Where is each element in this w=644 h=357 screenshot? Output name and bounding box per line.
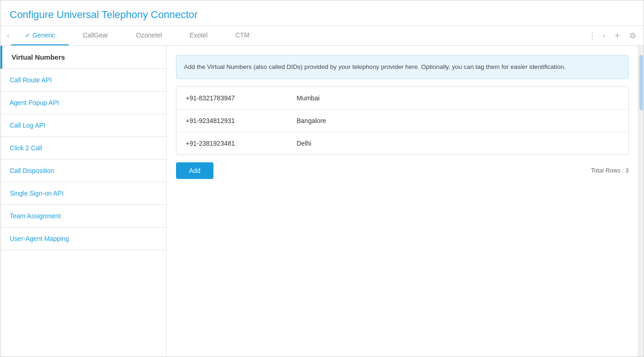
- tab-ctm[interactable]: CTM: [221, 26, 263, 45]
- total-rows-label: Total Rows : 3: [591, 167, 629, 174]
- more-dots: ⋮: [588, 31, 596, 41]
- add-button[interactable]: Add: [176, 162, 213, 179]
- phone-2: +91-9234812931: [186, 117, 297, 124]
- page-title: Configure Universal Telephony Connector: [10, 9, 634, 21]
- tabs-actions: ⋮ › + ⚙: [588, 29, 639, 43]
- sidebar-item-user-agent-mapping[interactable]: User-Agent Mapping: [0, 228, 166, 250]
- main-content: Virtual Numbers Call Route API Agent Pop…: [0, 46, 644, 357]
- scrollbar[interactable]: [638, 46, 644, 357]
- tab-generic[interactable]: Generic: [11, 26, 69, 45]
- number-row-2: +91-9234812931 Bangalore: [176, 110, 628, 132]
- title-bar: Configure Universal Telephony Connector: [0, 0, 644, 26]
- info-box: Add the Virtual Numbers (also called DID…: [176, 55, 629, 79]
- tabs-bar: ‹ Generic CallGear Ozonetel Exotel CTM ⋮…: [0, 26, 644, 46]
- table-footer: Add Total Rows : 3: [176, 162, 629, 179]
- numbers-table: +91-8321783947 Mumbai +91-9234812931 Ban…: [176, 86, 629, 155]
- phone-1: +91-8321783947: [186, 94, 297, 102]
- tab-nav-next[interactable]: ›: [600, 30, 608, 42]
- label-2: Bangalore: [297, 117, 326, 124]
- sidebar-item-click-2-call[interactable]: Click 2 Call: [0, 137, 166, 160]
- sidebar-item-call-log-api[interactable]: Call Log API: [0, 114, 166, 137]
- sidebar-item-single-sign-on-api[interactable]: Single Sign-on API: [0, 182, 166, 205]
- tab-callgear[interactable]: CallGear: [69, 26, 122, 45]
- main-window: Configure Universal Telephony Connector …: [0, 0, 644, 357]
- sidebar: Virtual Numbers Call Route API Agent Pop…: [0, 46, 167, 357]
- content-area: Add the Virtual Numbers (also called DID…: [167, 46, 638, 357]
- sidebar-item-agent-popup-api[interactable]: Agent Popup API: [0, 92, 166, 114]
- label-3: Delhi: [297, 140, 311, 147]
- sidebar-item-team-assignment[interactable]: Team Assignment: [0, 205, 166, 228]
- tab-ozonetel[interactable]: Ozonetel: [122, 26, 176, 45]
- label-1: Mumbai: [297, 94, 320, 102]
- scrollbar-thumb[interactable]: [639, 55, 643, 111]
- add-tab-button[interactable]: +: [612, 29, 623, 43]
- phone-3: +91-2381923481: [186, 140, 297, 147]
- tab-exotel[interactable]: Exotel: [176, 26, 222, 45]
- number-row-3: +91-2381923481 Delhi: [176, 132, 628, 154]
- sidebar-item-call-route-api[interactable]: Call Route API: [0, 69, 166, 92]
- sidebar-item-call-disposition[interactable]: Call Disposition: [0, 160, 166, 182]
- settings-button[interactable]: ⚙: [626, 29, 639, 43]
- sidebar-header: Virtual Numbers: [0, 46, 166, 69]
- tab-nav-prev[interactable]: ‹: [5, 28, 11, 43]
- number-row-1: +91-8321783947 Mumbai: [176, 87, 628, 110]
